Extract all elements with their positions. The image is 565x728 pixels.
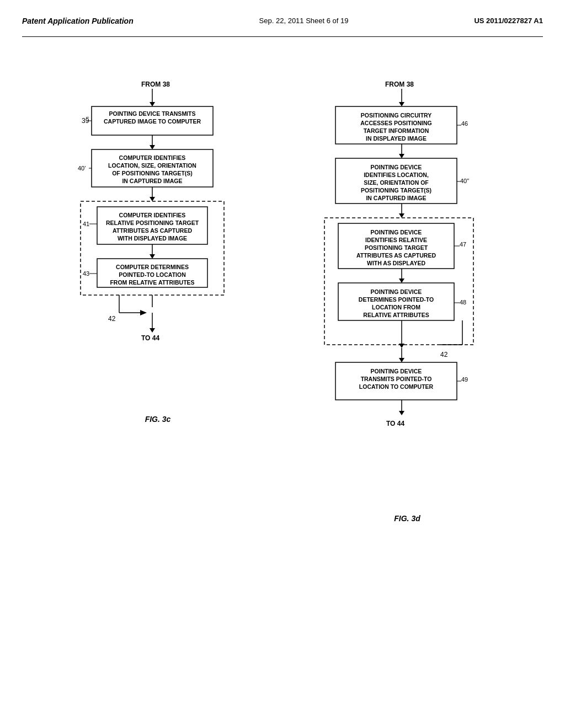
svg-text:OF POSITIONING TARGET(S): OF POSITIONING TARGET(S) bbox=[112, 170, 193, 176]
svg-marker-52 bbox=[399, 213, 404, 218]
svg-text:IN DISPLAYED IMAGE: IN DISPLAYED IMAGE bbox=[366, 135, 427, 142]
fig3c-svg: FROM 38 POINTING DEVICE TRANSMITS CAPTUR… bbox=[75, 76, 241, 406]
svg-text:IN CAPTURED IMAGE: IN CAPTURED IMAGE bbox=[122, 178, 182, 184]
fig3c-label42: 42 bbox=[108, 315, 116, 323]
fig3c-label41: 41 bbox=[83, 221, 89, 227]
svg-text:POSITIONING TARGET: POSITIONING TARGET bbox=[365, 244, 428, 251]
svg-text:IN CAPTURED IMAGE: IN CAPTURED IMAGE bbox=[366, 195, 426, 201]
svg-text:IDENTIFIES LOCATION,: IDENTIFIES LOCATION, bbox=[364, 172, 429, 178]
svg-text:POINTING DEVICE: POINTING DEVICE bbox=[371, 368, 422, 374]
fig3d-label46: 46 bbox=[461, 120, 468, 127]
svg-text:RELATIVE POSITIONING TARGET: RELATIVE POSITIONING TARGET bbox=[106, 220, 199, 226]
fig3d-label42: 42 bbox=[440, 351, 448, 358]
svg-text:LOCATION, SIZE, ORIENTATION: LOCATION, SIZE, ORIENTATION bbox=[108, 162, 196, 169]
svg-marker-13 bbox=[150, 197, 155, 201]
page-header: Patent Application Publication Sep. 22, … bbox=[22, 11, 543, 37]
svg-text:RELATIVE ATTRIBUTES: RELATIVE ATTRIBUTES bbox=[363, 312, 429, 318]
svg-text:FROM RELATIVE ATTRIBUTES: FROM RELATIVE ATTRIBUTES bbox=[110, 279, 194, 286]
fig3d-diagram: FROM 38 POSITIONING CIRCUITRY ACCESSES P… bbox=[313, 76, 501, 523]
svg-text:ACCESSES POSITIONING: ACCESSES POSITIONING bbox=[360, 120, 432, 126]
svg-text:COMPUTER IDENTIFIES: COMPUTER IDENTIFIES bbox=[119, 212, 186, 218]
header-publication-label: Patent Application Publication bbox=[22, 17, 134, 25]
header-sheet-info: Sep. 22, 2011 Sheet 6 of 19 bbox=[259, 17, 349, 25]
svg-text:POINTED-TO LOCATION: POINTED-TO LOCATION bbox=[119, 271, 186, 278]
fig3c-label: FIG. 3c bbox=[145, 415, 171, 424]
svg-marker-72 bbox=[399, 344, 404, 348]
fig3c-label39-curve: ⌐ bbox=[86, 114, 89, 120]
svg-text:POSITIONING TARGET(S): POSITIONING TARGET(S) bbox=[361, 187, 431, 194]
svg-marker-5 bbox=[150, 145, 155, 149]
svg-text:IDENTIFIES RELATIVE: IDENTIFIES RELATIVE bbox=[365, 237, 427, 243]
svg-marker-62 bbox=[399, 279, 404, 283]
svg-text:WITH DISPLAYED IMAGE: WITH DISPLAYED IMAGE bbox=[118, 235, 187, 242]
svg-marker-74 bbox=[399, 358, 404, 362]
svg-text:POINTING DEVICE: POINTING DEVICE bbox=[371, 229, 422, 235]
fig3d-from-label: FROM 38 bbox=[385, 81, 414, 88]
svg-marker-33 bbox=[150, 328, 155, 333]
fig3d-label47: 47 bbox=[460, 241, 466, 248]
svg-text:WITH AS DISPLAYED: WITH AS DISPLAYED bbox=[367, 260, 425, 266]
svg-text:ATTRIBUTES AS CAPTURED: ATTRIBUTES AS CAPTURED bbox=[356, 252, 436, 259]
svg-marker-31 bbox=[140, 310, 147, 315]
fig3c-diagram: FROM 38 POINTING DEVICE TRANSMITS CAPTUR… bbox=[64, 76, 252, 523]
fig3d-label: FIG. 3d bbox=[394, 514, 420, 523]
fig3d-label49: 49 bbox=[461, 376, 468, 383]
svg-text:ATTRIBUTES AS CAPTURED: ATTRIBUTES AS CAPTURED bbox=[113, 227, 193, 234]
page: Patent Application Publication Sep. 22, … bbox=[0, 0, 565, 728]
svg-text:COMPUTER IDENTIFIES: COMPUTER IDENTIFIES bbox=[119, 154, 186, 161]
fig3c-label43: 43 bbox=[83, 270, 89, 277]
svg-marker-43 bbox=[399, 154, 404, 158]
fig3d-label48: 48 bbox=[460, 299, 466, 306]
svg-text:POINTING DEVICE: POINTING DEVICE bbox=[371, 288, 422, 295]
svg-marker-81 bbox=[399, 411, 404, 415]
svg-text:LOCATION TO COMPUTER: LOCATION TO COMPUTER bbox=[359, 383, 434, 390]
svg-text:POSITIONING CIRCUITRY: POSITIONING CIRCUITRY bbox=[361, 112, 432, 119]
fig3c-to44: TO 44 bbox=[141, 334, 159, 342]
svg-text:DETERMINES POINTED-TO: DETERMINES POINTED-TO bbox=[359, 296, 434, 303]
diagrams-container: FROM 38 POINTING DEVICE TRANSMITS CAPTUR… bbox=[22, 53, 543, 534]
header-patent-number: US 2011/0227827 A1 bbox=[474, 17, 543, 25]
fig3c-from-label: FROM 38 bbox=[141, 81, 170, 88]
svg-text:TARGET INFORMATION: TARGET INFORMATION bbox=[364, 127, 429, 134]
svg-text:COMPUTER DETERMINES: COMPUTER DETERMINES bbox=[116, 264, 189, 270]
svg-text:TRANSMITS POINTED-TO: TRANSMITS POINTED-TO bbox=[361, 376, 432, 382]
svg-text:LOCATION FROM: LOCATION FROM bbox=[372, 304, 420, 311]
fig3d-svg: FROM 38 POSITIONING CIRCUITRY ACCESSES P… bbox=[319, 76, 495, 506]
fig3c-box39-line1: POINTING DEVICE TRANSMITS bbox=[109, 110, 196, 117]
fig3d-to44: TO 44 bbox=[386, 420, 404, 427]
svg-marker-22 bbox=[150, 254, 155, 259]
svg-text:POINTING DEVICE: POINTING DEVICE bbox=[371, 164, 422, 170]
svg-marker-35 bbox=[399, 102, 404, 106]
svg-marker-1 bbox=[150, 102, 155, 106]
fig3c-box39-line2: CAPTURED IMAGE TO COMPUTER bbox=[104, 118, 201, 125]
fig3c-label40p: 40' bbox=[78, 165, 86, 172]
fig3d-label40pp: 40" bbox=[460, 178, 469, 184]
svg-text:SIZE, ORIENTATION OF: SIZE, ORIENTATION OF bbox=[364, 179, 429, 186]
